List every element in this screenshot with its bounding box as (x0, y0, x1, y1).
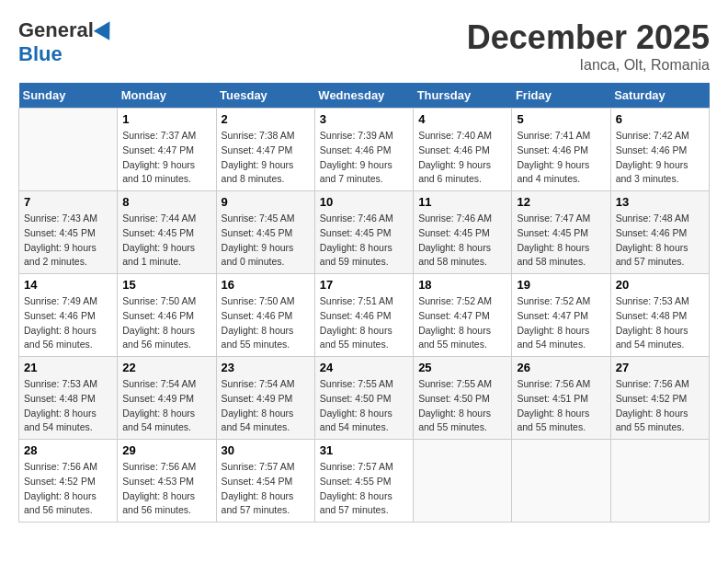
calendar-cell: 6Sunrise: 7:42 AM Sunset: 4:46 PM Daylig… (610, 109, 709, 191)
day-info: Sunrise: 7:46 AM Sunset: 4:45 PM Dayligh… (418, 212, 506, 270)
day-number: 10 (320, 195, 408, 209)
day-info: Sunrise: 7:57 AM Sunset: 4:55 PM Dayligh… (320, 460, 408, 518)
day-of-week-header: Friday (512, 83, 610, 109)
day-info: Sunrise: 7:43 AM Sunset: 4:45 PM Dayligh… (24, 212, 112, 270)
day-info: Sunrise: 7:49 AM Sunset: 4:46 PM Dayligh… (24, 294, 112, 352)
day-of-week-header: Wednesday (314, 83, 413, 109)
day-number: 3 (320, 112, 408, 126)
calendar-cell: 28Sunrise: 7:56 AM Sunset: 4:52 PM Dayli… (19, 440, 118, 523)
day-number: 12 (517, 195, 605, 209)
day-of-week-header: Monday (118, 83, 216, 109)
calendar-cell: 17Sunrise: 7:51 AM Sunset: 4:46 PM Dayli… (314, 274, 413, 357)
calendar-cell: 24Sunrise: 7:55 AM Sunset: 4:50 PM Dayli… (314, 357, 413, 440)
calendar-cell: 27Sunrise: 7:56 AM Sunset: 4:52 PM Dayli… (610, 357, 709, 440)
day-info: Sunrise: 7:39 AM Sunset: 4:46 PM Dayligh… (320, 129, 408, 187)
title-block: December 2025 Ianca, Olt, Romania (467, 18, 710, 74)
day-info: Sunrise: 7:51 AM Sunset: 4:46 PM Dayligh… (320, 294, 408, 352)
day-info: Sunrise: 7:48 AM Sunset: 4:46 PM Dayligh… (616, 212, 704, 270)
calendar-cell: 20Sunrise: 7:53 AM Sunset: 4:48 PM Dayli… (610, 274, 709, 357)
calendar-cell: 31Sunrise: 7:57 AM Sunset: 4:55 PM Dayli… (314, 440, 413, 523)
logo-blue-text: Blue (18, 42, 63, 66)
day-info: Sunrise: 7:56 AM Sunset: 4:51 PM Dayligh… (517, 377, 605, 435)
day-number: 7 (24, 195, 112, 209)
day-info: Sunrise: 7:56 AM Sunset: 4:53 PM Dayligh… (122, 460, 210, 518)
logo-triangle-icon (94, 17, 118, 40)
day-number: 13 (616, 195, 704, 209)
calendar-cell: 14Sunrise: 7:49 AM Sunset: 4:46 PM Dayli… (19, 274, 118, 357)
calendar-cell: 22Sunrise: 7:54 AM Sunset: 4:49 PM Dayli… (118, 357, 216, 440)
calendar-cell: 25Sunrise: 7:55 AM Sunset: 4:50 PM Dayli… (414, 357, 512, 440)
day-number: 21 (24, 361, 112, 374)
logo: General Blue (18, 18, 115, 66)
day-number: 1 (122, 112, 210, 126)
day-number: 24 (320, 361, 408, 374)
day-info: Sunrise: 7:47 AM Sunset: 4:45 PM Dayligh… (517, 212, 605, 270)
calendar-cell: 19Sunrise: 7:52 AM Sunset: 4:47 PM Dayli… (512, 274, 610, 357)
day-info: Sunrise: 7:42 AM Sunset: 4:46 PM Dayligh… (616, 129, 704, 187)
calendar-header: SundayMondayTuesdayWednesdayThursdayFrid… (19, 83, 710, 109)
month-title: December 2025 (467, 18, 710, 57)
calendar-cell: 3Sunrise: 7:39 AM Sunset: 4:46 PM Daylig… (314, 109, 413, 191)
day-of-week-header: Thursday (414, 83, 512, 109)
calendar-week-row: 28Sunrise: 7:56 AM Sunset: 4:52 PM Dayli… (19, 440, 710, 523)
day-number: 15 (122, 278, 210, 292)
calendar-cell: 7Sunrise: 7:43 AM Sunset: 4:45 PM Daylig… (19, 191, 118, 274)
day-of-week-header: Tuesday (216, 83, 314, 109)
calendar-cell: 10Sunrise: 7:46 AM Sunset: 4:45 PM Dayli… (314, 191, 413, 274)
calendar-cell: 11Sunrise: 7:46 AM Sunset: 4:45 PM Dayli… (414, 191, 512, 274)
day-number: 18 (418, 278, 506, 292)
day-number: 8 (122, 195, 210, 209)
day-number: 22 (122, 361, 210, 374)
page-header: General Blue December 2025 Ianca, Olt, R… (18, 18, 710, 74)
calendar-cell: 5Sunrise: 7:41 AM Sunset: 4:46 PM Daylig… (512, 109, 610, 191)
day-info: Sunrise: 7:40 AM Sunset: 4:46 PM Dayligh… (418, 129, 506, 187)
day-info: Sunrise: 7:54 AM Sunset: 4:49 PM Dayligh… (122, 377, 210, 435)
day-info: Sunrise: 7:50 AM Sunset: 4:46 PM Dayligh… (222, 294, 310, 352)
calendar-cell: 8Sunrise: 7:44 AM Sunset: 4:45 PM Daylig… (118, 191, 216, 274)
calendar-cell: 9Sunrise: 7:45 AM Sunset: 4:45 PM Daylig… (216, 191, 314, 274)
logo-general-text: General (18, 18, 94, 42)
day-info: Sunrise: 7:45 AM Sunset: 4:45 PM Dayligh… (222, 212, 310, 270)
day-info: Sunrise: 7:53 AM Sunset: 4:48 PM Dayligh… (24, 377, 112, 435)
day-info: Sunrise: 7:55 AM Sunset: 4:50 PM Dayligh… (418, 377, 506, 435)
day-number: 2 (222, 112, 310, 126)
day-info: Sunrise: 7:44 AM Sunset: 4:45 PM Dayligh… (122, 212, 210, 270)
day-info: Sunrise: 7:57 AM Sunset: 4:54 PM Dayligh… (222, 460, 310, 518)
day-info: Sunrise: 7:50 AM Sunset: 4:46 PM Dayligh… (122, 294, 210, 352)
day-number: 26 (517, 361, 605, 374)
calendar-week-row: 21Sunrise: 7:53 AM Sunset: 4:48 PM Dayli… (19, 357, 710, 440)
calendar-cell: 16Sunrise: 7:50 AM Sunset: 4:46 PM Dayli… (216, 274, 314, 357)
calendar-cell (610, 440, 709, 523)
calendar-cell: 2Sunrise: 7:38 AM Sunset: 4:47 PM Daylig… (216, 109, 314, 191)
calendar-cell: 21Sunrise: 7:53 AM Sunset: 4:48 PM Dayli… (19, 357, 118, 440)
day-number: 29 (122, 443, 210, 457)
day-info: Sunrise: 7:37 AM Sunset: 4:47 PM Dayligh… (122, 129, 210, 187)
calendar-cell (414, 440, 512, 523)
day-of-week-header: Saturday (610, 83, 709, 109)
calendar-cell: 18Sunrise: 7:52 AM Sunset: 4:47 PM Dayli… (414, 274, 512, 357)
day-number: 19 (517, 278, 605, 292)
calendar-cell: 26Sunrise: 7:56 AM Sunset: 4:51 PM Dayli… (512, 357, 610, 440)
day-info: Sunrise: 7:46 AM Sunset: 4:45 PM Dayligh… (320, 212, 408, 270)
calendar-body: 1Sunrise: 7:37 AM Sunset: 4:47 PM Daylig… (19, 109, 710, 523)
day-number: 17 (320, 278, 408, 292)
day-info: Sunrise: 7:56 AM Sunset: 4:52 PM Dayligh… (24, 460, 112, 518)
day-number: 23 (222, 361, 310, 374)
day-info: Sunrise: 7:41 AM Sunset: 4:46 PM Dayligh… (517, 129, 605, 187)
day-info: Sunrise: 7:54 AM Sunset: 4:49 PM Dayligh… (222, 377, 310, 435)
day-info: Sunrise: 7:55 AM Sunset: 4:50 PM Dayligh… (320, 377, 408, 435)
calendar-week-row: 14Sunrise: 7:49 AM Sunset: 4:46 PM Dayli… (19, 274, 710, 357)
calendar-cell: 29Sunrise: 7:56 AM Sunset: 4:53 PM Dayli… (118, 440, 216, 523)
day-number: 5 (517, 112, 605, 126)
day-number: 25 (418, 361, 506, 374)
day-info: Sunrise: 7:38 AM Sunset: 4:47 PM Dayligh… (222, 129, 310, 187)
day-info: Sunrise: 7:56 AM Sunset: 4:52 PM Dayligh… (616, 377, 704, 435)
calendar-cell: 1Sunrise: 7:37 AM Sunset: 4:47 PM Daylig… (118, 109, 216, 191)
calendar-cell: 4Sunrise: 7:40 AM Sunset: 4:46 PM Daylig… (414, 109, 512, 191)
day-number: 30 (222, 443, 310, 457)
day-info: Sunrise: 7:52 AM Sunset: 4:47 PM Dayligh… (418, 294, 506, 352)
day-number: 6 (616, 112, 704, 126)
calendar-cell (19, 109, 118, 191)
calendar-cell: 12Sunrise: 7:47 AM Sunset: 4:45 PM Dayli… (512, 191, 610, 274)
calendar-cell: 13Sunrise: 7:48 AM Sunset: 4:46 PM Dayli… (610, 191, 709, 274)
